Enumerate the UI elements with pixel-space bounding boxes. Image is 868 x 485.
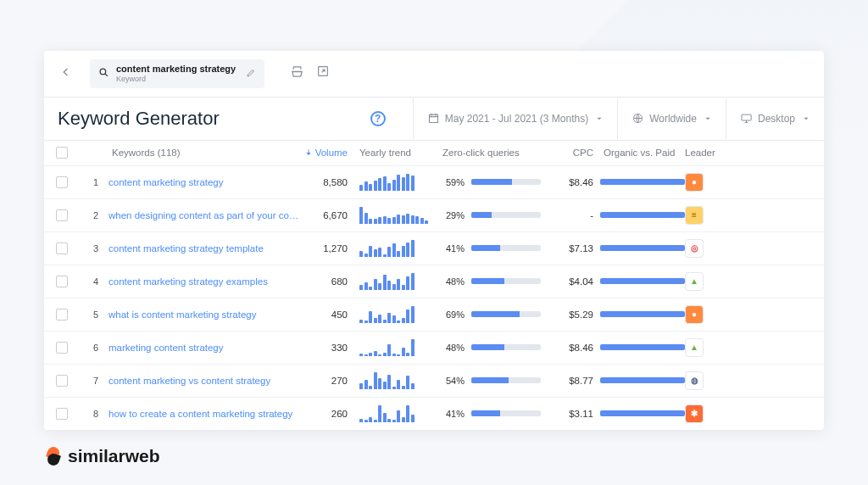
zero-click-cell: 41% (439, 409, 541, 419)
keyword-link[interactable]: content marketing vs content strategy (108, 376, 303, 386)
cpc-value: $4.04 (541, 276, 600, 287)
row-checkbox[interactable] (56, 342, 68, 354)
trend-sparkline (354, 174, 439, 191)
zero-click-pct: 59% (439, 177, 465, 187)
col-trend[interactable]: Yearly trend (354, 148, 439, 158)
leader-favicon[interactable]: ● (685, 305, 704, 324)
calendar-icon (427, 112, 440, 125)
download-icon[interactable] (290, 64, 304, 82)
leader-favicon[interactable]: ◎ (685, 239, 704, 258)
organic-paid-bar (600, 344, 685, 350)
row-checkbox[interactable] (56, 375, 68, 387)
trend-sparkline (354, 372, 439, 389)
row-checkbox[interactable] (56, 176, 68, 188)
leader-favicon[interactable]: ◍ (685, 371, 704, 390)
zero-click-cell: 69% (439, 309, 541, 320)
select-all-checkbox[interactable] (56, 147, 68, 159)
device-filter[interactable]: Desktop (726, 98, 824, 139)
chevron-down-icon (802, 114, 810, 123)
table-row: 1content marketing strategy8,58059%$8.46… (44, 166, 824, 199)
table-body: 1content marketing strategy8,58059%$8.46… (44, 166, 824, 430)
table-row: 7content marketing vs content strategy27… (44, 365, 824, 398)
organic-paid-bar (600, 179, 685, 185)
row-checkbox[interactable] (56, 209, 68, 221)
zero-click-pct: 69% (439, 309, 465, 320)
leader-favicon[interactable]: ▲ (685, 272, 704, 291)
col-ovp[interactable]: Organic vs. Paid (600, 148, 685, 158)
col-volume[interactable]: Volume (303, 148, 354, 158)
row-checkbox[interactable] (56, 309, 68, 321)
volume-value: 450 (303, 309, 354, 320)
volume-value: 8,580 (303, 177, 354, 187)
keyword-link[interactable]: content marketing strategy (108, 177, 303, 187)
globe-icon (632, 112, 644, 125)
cpc-value: $5.29 (541, 309, 600, 320)
zero-click-cell: 59% (439, 177, 541, 187)
table-row: 3content marketing strategy template1,27… (44, 232, 824, 265)
volume-value: 1,270 (303, 243, 354, 254)
cpc-value: $8.77 (541, 376, 600, 386)
chevron-down-icon (704, 114, 712, 123)
zero-click-pct: 41% (439, 243, 465, 254)
table-row: 8how to create a content marketing strat… (44, 398, 824, 430)
zero-click-cell: 54% (439, 376, 541, 386)
table-row: 4content marketing strategy examples6804… (44, 265, 824, 298)
volume-value: 260 (303, 409, 354, 419)
cpc-value: $8.46 (541, 177, 600, 187)
back-button[interactable] (56, 62, 76, 86)
keyword-link[interactable]: when designing content as part of your c… (108, 210, 303, 220)
search-icon (98, 66, 109, 81)
help-icon[interactable]: ? (370, 111, 386, 126)
edit-keyword-icon[interactable] (246, 66, 256, 81)
cpc-value: $7.13 (541, 243, 600, 254)
brand-name: similarweb (68, 446, 160, 466)
keyword-link[interactable]: content marketing strategy examples (108, 276, 303, 287)
col-zero[interactable]: Zero-click queries (439, 148, 541, 158)
app-window: content marketing strategy Keyword Keywo… (44, 51, 824, 430)
row-checkbox[interactable] (56, 276, 68, 287)
leader-favicon[interactable]: ▲ (685, 338, 704, 357)
open-external-icon[interactable] (316, 64, 330, 82)
trend-sparkline (354, 339, 439, 356)
page-title: Keyword Generator ? (44, 98, 413, 140)
keyword-link[interactable]: marketing content strategy (108, 343, 303, 353)
volume-value: 330 (303, 343, 354, 353)
row-index: 2 (83, 210, 108, 220)
header-row: Keyword Generator ? May 2021 - Jul 2021 … (44, 98, 824, 141)
keyword-link[interactable]: how to create a content marketing strate… (108, 409, 303, 419)
leader-favicon[interactable]: ≡ (685, 206, 704, 225)
zero-click-pct: 29% (439, 210, 465, 220)
col-leader[interactable]: Leader (685, 148, 715, 158)
leader-favicon[interactable]: ✱ (685, 404, 704, 423)
trend-sparkline (354, 405, 439, 422)
trend-sparkline (354, 240, 439, 257)
svg-point-0 (100, 69, 106, 75)
row-checkbox[interactable] (56, 242, 68, 254)
logo-mark (44, 447, 63, 465)
region-filter[interactable]: Worldwide (617, 98, 726, 139)
keyword-link[interactable]: what is content marketing strategy (108, 309, 303, 320)
trend-sparkline (354, 207, 439, 224)
toolbar-actions (290, 64, 330, 82)
volume-value: 270 (303, 376, 354, 386)
organic-paid-bar (600, 212, 685, 218)
date-filter[interactable]: May 2021 - Jul 2021 (3 Months) (413, 98, 617, 139)
volume-value: 6,670 (303, 210, 354, 220)
leader-favicon[interactable]: ● (685, 173, 704, 192)
trend-sparkline (354, 306, 439, 323)
organic-paid-bar (600, 410, 685, 416)
organic-paid-bar (600, 245, 685, 251)
zero-click-pct: 48% (439, 276, 465, 287)
col-keywords[interactable]: Keywords (118) (108, 148, 303, 158)
row-checkbox[interactable] (56, 408, 68, 420)
keyword-link[interactable]: content marketing strategy template (108, 243, 303, 254)
zero-click-cell: 48% (439, 276, 541, 287)
col-cpc[interactable]: CPC (541, 148, 600, 158)
keyword-subtitle: Keyword (116, 75, 236, 84)
keyword-chip[interactable]: content marketing strategy Keyword (90, 59, 264, 88)
organic-paid-bar (600, 278, 685, 284)
desktop-icon (740, 112, 753, 125)
brand-logo: similarweb (44, 446, 160, 466)
keyword-chip-text: content marketing strategy Keyword (116, 64, 236, 84)
svg-rect-2 (429, 115, 437, 123)
